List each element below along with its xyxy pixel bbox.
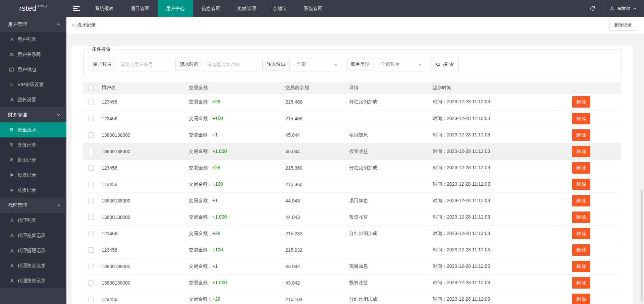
cell-balance-before: 215.232: [280, 242, 344, 258]
sidebar-item[interactable]: ₹充值记录: [0, 137, 66, 153]
sidebar-item[interactable]: ☆VIP等级设置: [0, 77, 66, 92]
cell-username: 123456: [97, 160, 184, 176]
search-button[interactable]: 搜 索: [431, 58, 459, 71]
sidebar-item[interactable]: 用户关系网: [0, 47, 66, 62]
cell-balance-before: 45.044: [280, 127, 344, 143]
delete-records-button[interactable]: 删除记录: [609, 20, 636, 31]
delete-row-button[interactable]: 删 除: [572, 146, 590, 157]
delete-row-button[interactable]: 删 除: [572, 244, 590, 256]
row-checkbox[interactable]: [88, 264, 94, 269]
chevron-down-icon: [57, 23, 60, 25]
delete-row-button[interactable]: 删 除: [572, 277, 590, 289]
search-input[interactable]: [116, 58, 170, 71]
cell-balance-before: 43.042: [280, 275, 344, 291]
delete-row-button[interactable]: 删 除: [572, 129, 590, 141]
cell-flow-time: 时间：2023-12-28 11:12:03: [428, 209, 567, 225]
sidebar-item-label: 代理投资记录: [17, 278, 46, 284]
top-nav-item[interactable]: 系统报表: [87, 0, 122, 17]
cell-detail: [344, 110, 428, 127]
amount-prefix: 交易金额：: [189, 116, 212, 121]
top-nav-item[interactable]: 用户中心: [158, 0, 193, 17]
row-checkbox[interactable]: [88, 215, 94, 220]
row-checkbox[interactable]: [88, 182, 94, 187]
top-nav-item[interactable]: 系统管理: [295, 0, 331, 17]
cell-amount: 交易金额：+100: [184, 242, 280, 258]
delete-row-button[interactable]: 删 除: [572, 195, 590, 206]
refresh-icon[interactable]: [583, 0, 602, 17]
delete-row-button[interactable]: 删 除: [572, 261, 590, 272]
top-nav-item[interactable]: 奖励管理: [229, 0, 264, 17]
sidebar-item[interactable]: ≡兑换记录: [0, 183, 66, 198]
sidebar-item[interactable]: 用户钱包: [0, 62, 66, 77]
sidebar-group-header[interactable]: 代理管理: [0, 198, 66, 213]
row-checkbox[interactable]: [88, 198, 94, 203]
wallet-icon: [9, 67, 14, 72]
amount-value: +100: [212, 247, 223, 252]
top-nav-item[interactable]: 信息管理: [193, 0, 229, 17]
select-all-checkbox[interactable]: [88, 85, 94, 91]
top-nav-item[interactable]: 项目管理: [122, 0, 158, 17]
cell-amount: 交易金额：+1: [184, 258, 280, 275]
row-checkbox[interactable]: [88, 149, 94, 154]
sidebar-item-label: 投资记录: [17, 172, 36, 178]
delete-row-button[interactable]: 删 除: [572, 96, 590, 108]
cell-amount: 交易金额：+1.000: [184, 209, 280, 225]
sidebar-item[interactable]: 代理投资记录: [0, 273, 66, 288]
table-row: 13800138000交易金额：+1.00045.044投资收益时间：2023-…: [83, 143, 621, 160]
cell-detail: 投资收益: [344, 275, 428, 291]
sidebar-item[interactable]: 代理充值记录: [0, 228, 66, 243]
delete-row-button[interactable]: 删 除: [572, 179, 590, 190]
sidebar-group-header[interactable]: 财务管理: [0, 107, 66, 122]
cell-username: 13800138000: [97, 258, 184, 275]
delete-row-button[interactable]: 删 除: [572, 162, 590, 174]
delete-row-button[interactable]: 删 除: [572, 228, 590, 239]
cell-detail: 分红比例加成: [344, 160, 428, 176]
search-select[interactable]: - 全部账单 -: [374, 58, 425, 71]
delete-row-button[interactable]: 删 除: [572, 294, 590, 304]
sidebar-item[interactable]: 代理列表: [0, 213, 66, 228]
row-checkbox[interactable]: [88, 280, 94, 286]
row-checkbox[interactable]: [88, 297, 94, 302]
flag-icon: ⚑: [9, 173, 14, 178]
cell-amount: 交易金额：+1: [184, 127, 280, 143]
cell-actions: 删 除: [567, 110, 621, 127]
amount-prefix: 交易金额：: [189, 99, 212, 104]
menu-collapse-icon[interactable]: [66, 0, 87, 17]
rupee-icon: ₹: [9, 158, 14, 163]
amount-value: +28: [212, 231, 220, 236]
delete-row-button[interactable]: 删 除: [572, 211, 590, 223]
sidebar-item-label: 用户关系网: [17, 52, 41, 58]
top-nav-item[interactable]: 余额宝: [264, 0, 295, 17]
sidebar-item-label: 代理提现记录: [17, 248, 46, 254]
row-checkbox[interactable]: [88, 116, 94, 121]
amount-prefix: 交易金额：: [189, 148, 212, 154]
delete-row-button[interactable]: 删 除: [572, 113, 590, 124]
cell-detail: 项目加息: [344, 192, 428, 209]
table-row: 123456交易金额：+100215.232时间：2023-12-28 11:1…: [83, 242, 621, 258]
cell-username: 123456: [97, 176, 184, 192]
sidebar-item[interactable]: 资金流水: [0, 122, 66, 137]
cell-actions: 删 除: [567, 258, 621, 275]
sidebar-item[interactable]: 代理资金流水: [0, 258, 66, 273]
search-select[interactable]: - 全部 -: [290, 58, 341, 71]
row-checkbox[interactable]: [88, 247, 94, 253]
sidebar-item[interactable]: 团长设置: [0, 92, 66, 107]
row-checkbox[interactable]: [88, 231, 94, 236]
vertical-scrollbar-thumb[interactable]: [641, 189, 643, 302]
sidebar-item[interactable]: ⚑投资记录: [0, 168, 66, 183]
admin-menu[interactable]: admin: [602, 0, 644, 17]
sidebar-group-header[interactable]: 用户管理: [0, 17, 66, 32]
search-field-label: 账单类型: [347, 58, 374, 71]
sidebar-item[interactable]: 代理提现记录: [0, 243, 66, 258]
search-panel: 条件搜索 用户账号流水时间转入转出- 全部 -账单类型- 全部账单 -搜 索: [83, 46, 621, 77]
search-input[interactable]: [203, 58, 257, 71]
row-checkbox[interactable]: [88, 100, 94, 105]
sidebar-item[interactable]: 用户列表: [0, 32, 66, 47]
row-checkbox[interactable]: [88, 132, 94, 138]
cell-actions: 删 除: [567, 127, 621, 143]
main-area: » 流水记录 删除记录 条件搜索 用户账号流水时间转入转出- 全部 -账单类型-…: [66, 17, 644, 304]
search-field-label: 转入转出: [263, 58, 290, 71]
table-row: 123456交易金额：+28215.232分红比例加成时间：2023-12-28…: [83, 225, 621, 242]
row-checkbox[interactable]: [88, 165, 94, 171]
sidebar-item[interactable]: ₹提现记录: [0, 153, 66, 168]
